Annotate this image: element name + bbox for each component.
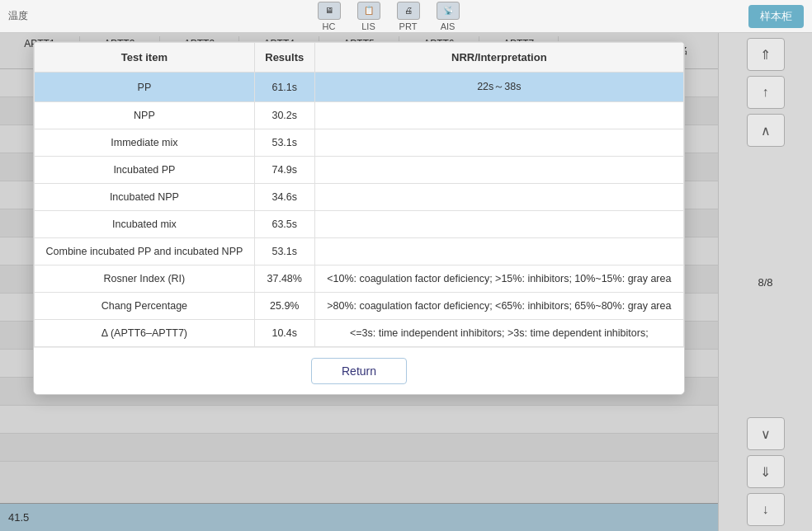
modal-nrr-cell	[314, 102, 683, 129]
hc-label: HC	[323, 21, 336, 31]
modal-test-item-cell: Chang Percentage	[35, 293, 255, 320]
modal-table-row: Δ (APTT6–APTT7)10.4s<=3s: time independe…	[35, 320, 684, 347]
top-bar-label: 温度	[8, 9, 28, 23]
ais-icon-item: 📡 AIS	[437, 2, 460, 31]
modal-nrr-cell	[314, 129, 683, 157]
modal-table-row: Chang Percentage25.9%>80%: coagulation f…	[35, 293, 684, 320]
modal-test-item-cell: Incubated PP	[35, 157, 255, 184]
modal-result-cell: 53.1s	[254, 238, 314, 266]
modal-nrr-cell: <10%: coagulation factor deficiency; >15…	[314, 266, 683, 293]
modal-col-results: Results	[254, 43, 314, 73]
scroll-top-top-button[interactable]: ⇑	[747, 38, 785, 71]
modal-test-item-cell: Rosner Index (RI)	[35, 266, 255, 293]
down-arrow-icon: ↓	[762, 502, 769, 517]
scroll-down-button[interactable]: ∨	[747, 417, 785, 450]
modal-nrr-cell: 22s～38s	[314, 73, 683, 102]
return-button[interactable]: Return	[311, 358, 407, 384]
scroll-bottom-bottom-button[interactable]: ↓	[747, 493, 785, 526]
modal-test-item-cell: Incubated mix	[35, 211, 255, 238]
modal-dialog: Test item Results NRR/Interpretation PP6…	[33, 41, 685, 395]
up-arrow-icon: ↑	[762, 85, 769, 100]
modal-table-row: Combine incubated PP and incubated NPP53…	[35, 238, 684, 266]
modal-result-cell: 63.5s	[254, 211, 314, 238]
lis-label: LIS	[361, 21, 375, 31]
double-up-arrow-icon: ⇑	[760, 47, 771, 63]
hc-icon[interactable]: 🖥	[318, 2, 341, 20]
modal-table-row: Incubated mix63.5s	[35, 211, 684, 238]
chevron-down-icon: ∨	[761, 426, 771, 442]
modal-table-row: Rosner Index (RI)37.48%<10%: coagulation…	[35, 266, 684, 293]
modal-result-cell: 25.9%	[254, 293, 314, 320]
modal-col-nrr: NRR/Interpretation	[314, 43, 683, 73]
modal-test-item-cell: NPP	[35, 102, 255, 129]
top-bar: 温度 🖥 HC 📋 LIS 🖨 PRT 📡 AIS 样本柜	[0, 0, 812, 33]
lis-icon[interactable]: 📋	[357, 2, 380, 20]
scroll-bottom-button[interactable]: ⇓	[747, 455, 785, 488]
modal-nrr-cell	[314, 211, 683, 238]
modal-footer: Return	[34, 347, 684, 394]
lis-icon-item: 📋 LIS	[357, 2, 380, 31]
double-down-arrow-icon: ⇓	[760, 464, 771, 480]
scroll-up-button[interactable]: ∧	[747, 114, 785, 147]
modal-table: Test item Results NRR/Interpretation PP6…	[34, 42, 684, 347]
modal-nrr-cell: >80%: coagulation factor deficiency; <65…	[314, 293, 683, 320]
scroll-panel: ⇑ ↑ ∧ 8/8 ∨ ⇓ ↓	[718, 33, 812, 531]
table-area: APTT1(s) APTT2(s) APTT3(s) APTT4(s) APTT…	[0, 33, 718, 531]
modal-test-item-cell: Incubated NPP	[35, 184, 255, 211]
hc-icon-item: 🖥 HC	[318, 2, 341, 31]
chevron-up-icon: ∧	[761, 123, 771, 139]
modal-result-cell: 10.4s	[254, 320, 314, 347]
modal-table-row: Incubated NPP34.6s	[35, 184, 684, 211]
prt-icon-item: 🖨 PRT	[397, 2, 420, 31]
modal-result-cell: 61.1s	[254, 73, 314, 102]
top-bar-icons: 🖥 HC 📋 LIS 🖨 PRT 📡 AIS	[318, 2, 460, 31]
sample-cabinet-button[interactable]: 样本柜	[748, 5, 804, 28]
modal-result-cell: 30.2s	[254, 102, 314, 129]
modal-result-cell: 34.6s	[254, 184, 314, 211]
page-indicator: 8/8	[758, 273, 772, 292]
prt-icon[interactable]: 🖨	[397, 2, 420, 20]
modal-table-header-row: Test item Results NRR/Interpretation	[35, 43, 684, 73]
modal-test-item-cell: Δ (APTT6–APTT7)	[35, 320, 255, 347]
modal-table-row: Immediate mix53.1s	[35, 129, 684, 157]
ais-label: AIS	[441, 21, 456, 31]
main-area: APTT1(s) APTT2(s) APTT3(s) APTT4(s) APTT…	[0, 33, 812, 531]
modal-table-row: NPP30.2s	[35, 102, 684, 129]
ais-icon[interactable]: 📡	[437, 2, 460, 20]
modal-result-cell: 53.1s	[254, 129, 314, 157]
scroll-top-button[interactable]: ↑	[747, 76, 785, 109]
modal-table-row: PP61.1s22s～38s	[35, 73, 684, 102]
modal-test-item-cell: Combine incubated PP and incubated NPP	[35, 238, 255, 266]
modal-result-cell: 74.9s	[254, 157, 314, 184]
modal-col-test-item: Test item	[35, 43, 255, 73]
prt-label: PRT	[399, 21, 418, 31]
modal-test-item-cell: PP	[35, 73, 255, 102]
modal-nrr-cell	[314, 238, 683, 266]
modal-test-item-cell: Immediate mix	[35, 129, 255, 157]
modal-nrr-cell	[314, 184, 683, 211]
modal-table-row: Incubated PP74.9s	[35, 157, 684, 184]
modal-nrr-cell	[314, 157, 683, 184]
modal-overlay: Test item Results NRR/Interpretation PP6…	[0, 33, 718, 531]
modal-result-cell: 37.48%	[254, 266, 314, 293]
modal-nrr-cell: <=3s: time independent inhibitors; >3s: …	[314, 320, 683, 347]
